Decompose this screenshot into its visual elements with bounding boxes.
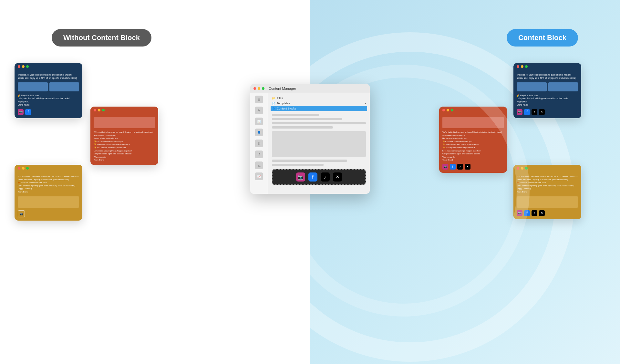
dot-green — [26, 167, 29, 170]
orange-text6: Let's make amazing things happen togethe… — [94, 150, 155, 153]
dot-green — [451, 109, 453, 111]
img-placeholder-2 — [49, 82, 79, 91]
sidebar-icon-8[interactable]: 📈 — [255, 172, 263, 180]
instagram-icon: 📷 — [442, 164, 448, 170]
with-label-text: Content Block — [518, 34, 566, 42]
blue-card-content: This Holi, let your celebrations shine e… — [15, 70, 82, 118]
cm-tree-templates[interactable]: 📄 Templates ▾ — [271, 101, 367, 106]
content-blocks-label: Content Blocks — [277, 107, 296, 110]
blue-card-text5: Brand Name — [18, 103, 79, 107]
content-bar-3 — [272, 122, 366, 124]
gold-right-text2: 🎃 Shop the Halloween Sale Now — [517, 181, 578, 184]
blue-right-social: 📷 f ♪ ✕ — [517, 109, 578, 115]
without-label-text: Without Content Block — [63, 34, 140, 42]
sidebar-icon-1[interactable]: ⊞ — [255, 96, 263, 103]
tiktok-icon: ♪ — [532, 210, 537, 216]
gold-right-social: 📷 f ♪ ✕ — [517, 210, 578, 216]
tiktok-icon: ♪ — [532, 109, 537, 115]
gold-right-img — [517, 196, 578, 208]
dot-red — [442, 109, 445, 111]
instagram-icon: 📷 — [517, 210, 522, 216]
facebook-icon: f — [450, 164, 456, 170]
gold-text4: Happy Haunting, — [18, 187, 79, 191]
orange-card-left: We're thrilled to have you on board! Sig… — [90, 107, 158, 165]
content-bar-2 — [272, 118, 342, 120]
orange-right-text6: Let's make amazing things happen togethe… — [442, 150, 504, 153]
files-icon: 📁 — [272, 97, 275, 100]
templates-icon: 📄 — [272, 102, 275, 105]
content-manager-window: Content Manager ⊞ ✎ 📊 👤 ⚙ ↺ ⚠ 📈 📁 Files … — [250, 84, 370, 194]
orange-text9: Team Brand — [94, 159, 155, 162]
cm-tree-files[interactable]: 📁 Files — [271, 96, 367, 101]
sidebar-icon-6[interactable]: ↺ — [255, 151, 263, 158]
orange-right-text2: Here's what's waiting for you: — [442, 137, 504, 140]
sidebar-icon-7[interactable]: ⚠ — [255, 161, 263, 169]
gold-text1: This Halloween, the only thing scarier t… — [18, 175, 79, 181]
gold-right-text5: Team Brand — [517, 191, 578, 194]
dot-yellow — [521, 65, 523, 68]
content-block-social-preview: 📷 f ♪ ✕ — [272, 169, 366, 185]
sidebar-icon-3[interactable]: 📊 — [255, 118, 263, 125]
orange-card-right: We're thrilled to have you on board! Sig… — [439, 107, 507, 173]
tiktok-icon: ♪ — [457, 164, 463, 170]
orange-img-placeholder — [94, 117, 155, 128]
dot-yellow — [258, 87, 260, 90]
blue-right-text1: This Holi, let your celebrations shine e… — [517, 73, 578, 80]
dot-green — [102, 109, 105, 111]
facebook-icon: f — [25, 109, 31, 115]
sidebar-icon-5[interactable]: ⚙ — [255, 140, 263, 147]
dot-yellow — [98, 109, 100, 111]
orange-card-content: We're thrilled to have you on board! Sig… — [90, 114, 158, 165]
orange-text7: Congratulations again and welcome aboard… — [94, 152, 155, 156]
preview-instagram-icon: 📷 — [296, 172, 305, 182]
gold-text2: 🎃 Shop the Halloween Sale Now — [18, 181, 79, 184]
orange-text3: ✨ Exclusive offers tailored for you — [94, 140, 155, 143]
gold-text5: Team Brand — [18, 191, 79, 194]
gold-card-left: This Halloween, the only thing scarier t… — [15, 165, 82, 221]
dot-red — [94, 109, 96, 111]
orange-right-text1: We're thrilled to have you on board! Sig… — [442, 131, 504, 137]
img-r-1 — [517, 82, 547, 91]
gold-card-right: This Halloween, the only thing scarier t… — [513, 165, 581, 219]
img-placeholder-1 — [18, 82, 48, 91]
dot-yellow — [22, 65, 25, 68]
orange-right-text5: ✨ 24/7 support whenever you need it — [442, 146, 504, 150]
blue-card-text3: Let's paint this Holi with happiness and… — [18, 97, 79, 100]
blue-card-right: This Holi, let your celebrations shine e… — [513, 63, 581, 118]
dot-yellow — [521, 167, 523, 170]
twitter-icon: ✕ — [539, 109, 545, 115]
files-label: Files — [277, 97, 283, 100]
blue-card-text4: Happy Holi, — [18, 100, 79, 103]
card-titlebar — [15, 63, 82, 70]
templates-label: Templates — [277, 102, 290, 105]
blue-card-left: This Holi, let your celebrations shine e… — [15, 63, 82, 118]
orange-text2: Here's what's waiting for you: — [94, 137, 155, 140]
gold-right-content: This Halloween, the only thing scarier t… — [513, 172, 581, 219]
blue-right-text4: Happy Holi, — [517, 100, 578, 103]
dot-yellow — [447, 109, 449, 111]
cm-tree-content-blocks[interactable]: 🔷 Content Blocks — [271, 106, 367, 111]
cm-titlebar: Content Manager — [250, 84, 370, 93]
blue-card-text2: 🌈 Shop the Sale Now — [18, 94, 79, 97]
dot-green — [525, 167, 528, 170]
instagram-icon-gold: 📷 — [18, 210, 25, 217]
sidebar-icon-4[interactable]: 👤 — [255, 129, 263, 136]
img-r-2 — [548, 82, 578, 91]
orange-titlebar — [90, 107, 158, 114]
facebook-icon: f — [524, 210, 530, 216]
orange-right-text3: ✨ Exclusive offers tailored for you — [442, 140, 504, 143]
chevron-down-icon: ▾ — [365, 102, 366, 105]
orange-right-social: 📷 f ♪ ✕ — [442, 164, 504, 170]
facebook-icon: f — [524, 109, 530, 115]
gold-right-text1: This Halloween, the only thing scarier t… — [517, 175, 578, 181]
blue-right-content: This Holi, let your celebrations shine e… — [513, 70, 581, 118]
dot-red — [517, 65, 519, 68]
instagram-icon: 📷 — [517, 109, 522, 115]
gold-right-text3: Don't let these frightfully good deals s… — [517, 184, 578, 188]
gold-titlebar — [15, 165, 82, 172]
sidebar-icon-2[interactable]: ✎ — [255, 107, 263, 114]
gold-text3: Don't let these frightfully good deals s… — [18, 184, 79, 188]
orange-right-text7: Congratulations again and welcome aboard… — [442, 152, 504, 156]
orange-right-text9: Team Brand — [442, 159, 504, 162]
orange-right-titlebar — [439, 107, 507, 114]
